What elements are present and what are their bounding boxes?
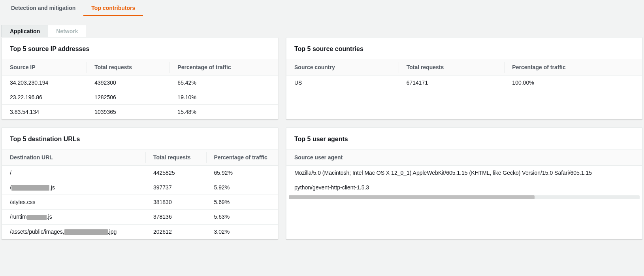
table-row: /442582565.92% (2, 166, 278, 180)
panel-title: Top 5 user agents (286, 128, 642, 149)
cell: 6714171 (399, 76, 505, 90)
cell-url: /styles.css (2, 195, 145, 210)
cell: 202612 (145, 224, 206, 239)
cell: 5.69% (206, 195, 278, 210)
table-row: /assets/public/images,.jpg2026123.02% (2, 224, 278, 239)
cell: 4392300 (87, 76, 169, 90)
subtab-application[interactable]: Application (2, 25, 48, 38)
cell: 19.10% (169, 90, 278, 105)
secondary-tabs: Application Network (2, 25, 642, 38)
cell: 5.92% (206, 180, 278, 195)
panel-title: Top 5 source IP addresses (2, 38, 278, 59)
cell: 65.42% (169, 76, 278, 90)
table-source-ip: Source IP Total requests Percentage of t… (2, 59, 278, 119)
cell: 1282506 (87, 90, 169, 105)
table-row: 34.203.230.194439230065.42% (2, 76, 278, 90)
cell-url: /runtim.js (2, 210, 145, 224)
panel-user-agents: Top 5 user agents Source user agent Mozi… (286, 127, 642, 239)
cell: 3.83.54.134 (2, 105, 87, 119)
table-dest-url: Destination URL Total requests Percentag… (2, 149, 278, 239)
cell: 381830 (145, 195, 206, 210)
table-row: /.js3977375.92% (2, 180, 278, 195)
cell: 1039365 (87, 105, 169, 119)
cell: 34.203.230.194 (2, 76, 87, 90)
column-header[interactable]: Percentage of traffic (504, 59, 642, 76)
tab-top-contributors[interactable]: Top contributors (83, 0, 143, 16)
cell: US (286, 76, 399, 90)
table-row: /runtim.js3781365.63% (2, 210, 278, 224)
cell-url: / (2, 166, 145, 180)
column-header[interactable]: Total requests (145, 149, 206, 166)
table-row: python/gevent-http-client-1.5.3 (286, 180, 642, 195)
cell: 397737 (145, 180, 206, 195)
panel-title: Top 5 destination URLs (2, 128, 278, 149)
table-row: US6714171100.00% (286, 76, 642, 90)
cell: 3.02% (206, 224, 278, 239)
panel-source-ip: Top 5 source IP addresses Source IP Tota… (2, 37, 278, 119)
subtab-network[interactable]: Network (48, 25, 86, 38)
panel-dest-url: Top 5 destination URLs Destination URL T… (2, 127, 278, 239)
table-row: Mozilla/5.0 (Macintosh; Intel Mac OS X 1… (286, 166, 642, 180)
cell: 100.00% (504, 76, 642, 90)
column-header[interactable]: Source country (286, 59, 399, 76)
column-header[interactable]: Percentage of traffic (169, 59, 278, 76)
cell-url: /.js (2, 180, 145, 195)
column-header[interactable]: Source IP (2, 59, 87, 76)
cell-url: /assets/public/images,.jpg (2, 224, 145, 239)
horizontal-scrollbar[interactable] (289, 195, 640, 199)
column-header[interactable]: Percentage of traffic (206, 149, 278, 166)
column-header[interactable]: Total requests (87, 59, 169, 76)
tab-detection-mitigation[interactable]: Detection and mitigation (3, 0, 83, 16)
table-row: 23.22.196.86128250619.10% (2, 90, 278, 105)
redacted-segment (27, 215, 47, 220)
table-source-country: Source country Total requests Percentage… (286, 59, 642, 90)
primary-tabs: Detection and mitigation Top contributor… (2, 0, 642, 16)
cell: 4425825 (145, 166, 206, 180)
table-row: 3.83.54.134103936515.48% (2, 105, 278, 119)
cell: Mozilla/5.0 (Macintosh; Intel Mac OS X 1… (286, 166, 642, 180)
column-header[interactable]: Total requests (399, 59, 505, 76)
redacted-segment (11, 185, 49, 191)
redacted-segment (64, 229, 108, 235)
panel-source-country: Top 5 source countries Source country To… (286, 37, 642, 119)
column-header[interactable]: Source user agent (286, 149, 642, 166)
table-user-agents: Source user agent Mozilla/5.0 (Macintosh… (286, 149, 642, 195)
column-header[interactable]: Destination URL (2, 149, 145, 166)
cell: 378136 (145, 210, 206, 224)
cell: 65.92% (206, 166, 278, 180)
cell: 5.63% (206, 210, 278, 224)
panel-title: Top 5 source countries (286, 38, 642, 59)
cell: 23.22.196.86 (2, 90, 87, 105)
table-row: /styles.css3818305.69% (2, 195, 278, 210)
cell: python/gevent-http-client-1.5.3 (286, 180, 642, 195)
cell: 15.48% (169, 105, 278, 119)
